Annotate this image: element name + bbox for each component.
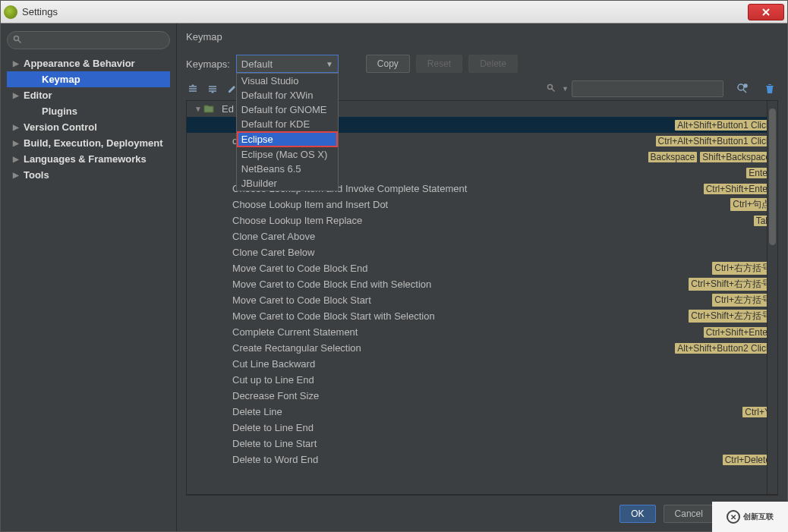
sidebar-item-version-control[interactable]: ▶Version Control <box>7 119 170 135</box>
watermark-text: 创新互联 <box>743 512 774 522</box>
action-label: Complete Current Statement <box>194 326 701 338</box>
trash-icon[interactable] <box>761 80 778 97</box>
copy-button[interactable]: Copy <box>366 55 410 73</box>
sidebar-search-input[interactable] <box>7 31 170 49</box>
sidebar-item-appearance-behavior[interactable]: ▶Appearance & Behavior <box>7 55 170 71</box>
arrow-icon: ▶ <box>13 123 20 131</box>
keymap-dropdown[interactable]: Default ▼ Visual StudioDefault for XWinD… <box>236 55 339 73</box>
sidebar-item-editor[interactable]: ▶Editor <box>7 87 170 103</box>
action-row[interactable]: Delete to Line Start <box>187 436 777 452</box>
keymaps-label: Keymaps: <box>186 58 230 70</box>
sidebar-item-label: Tools <box>24 169 49 181</box>
dropdown-option[interactable]: Default for XWin <box>237 88 338 102</box>
action-row[interactable]: Move Caret to Code Block End with Select… <box>187 276 777 292</box>
action-row[interactable]: Clone Caret Above <box>187 228 777 244</box>
shortcut-badge: Ctrl+Delete <box>723 455 773 465</box>
sidebar-tree: ▶Appearance & BehaviorKeymap▶EditorPlugi… <box>7 55 170 183</box>
search-icon <box>13 35 22 44</box>
settings-window: Settings ▶Appearance & BehaviorKeymap▶Ed… <box>0 0 788 532</box>
action-label: Move Caret to Code Block End <box>194 263 709 274</box>
close-icon <box>761 8 771 17</box>
action-label: Choose Lookup Item Replace <box>194 215 751 226</box>
arrow-icon: ▶ <box>13 155 20 163</box>
action-row[interactable]: Clone Caret Below <box>187 244 777 260</box>
app-icon <box>4 5 17 19</box>
action-row[interactable]: Create Rectangular SelectionAlt+Shift+Bu… <box>187 340 777 356</box>
sidebar: ▶Appearance & BehaviorKeymap▶EditorPlugi… <box>1 24 177 531</box>
action-row[interactable]: Delete to Word EndCtrl+Delete <box>187 452 777 467</box>
action-row[interactable]: Choose Lookup Item and Insert DotCtrl+句点 <box>187 197 777 212</box>
shortcut-badge: Backspace <box>648 152 698 162</box>
action-label: Delete to Word End <box>194 454 720 465</box>
toolbar-search: ▼ <box>547 80 723 97</box>
dropdown-option[interactable]: Eclipse <box>237 131 338 147</box>
sidebar-item-build-execution-deployment[interactable]: ▶Build, Execution, Deployment <box>7 135 170 151</box>
svg-point-0 <box>14 36 19 41</box>
action-row[interactable]: Choose Lookup Item ReplaceTab <box>187 212 777 228</box>
expand-all-icon[interactable] <box>186 82 200 96</box>
vertical-scrollbar[interactable] <box>767 101 777 494</box>
collapse-all-icon[interactable] <box>206 82 219 96</box>
shortcut-badge: Shift+Backspace <box>700 152 773 162</box>
titlebar: Settings <box>1 1 787 24</box>
find-action-icon[interactable] <box>734 80 751 97</box>
sidebar-item-label: Languages & Frameworks <box>24 153 147 165</box>
sidebar-item-label: Build, Execution, Deployment <box>24 137 162 149</box>
dropdown-option[interactable]: NetBeans 6.5 <box>237 162 338 176</box>
action-search-input[interactable] <box>572 80 723 97</box>
expand-icon: ▼ <box>194 105 203 113</box>
sidebar-item-label: Editor <box>24 90 52 101</box>
arrow-icon: ▶ <box>13 59 20 68</box>
action-label: Move Caret to Code Block End with Select… <box>194 279 686 290</box>
shortcut-badge: Ctrl+Alt+Shift+Button1 Click <box>656 136 773 146</box>
sidebar-item-label: Plugins <box>42 105 77 117</box>
dropdown-button[interactable]: Default ▼ <box>236 55 339 73</box>
scrollbar-thumb[interactable] <box>769 109 776 245</box>
sidebar-item-label: Version Control <box>24 121 97 133</box>
close-button[interactable] <box>748 4 784 20</box>
sidebar-search-wrap <box>7 31 170 49</box>
action-label: Cut Line Backward <box>194 358 773 370</box>
dropdown-option[interactable]: Default for KDE <box>237 117 338 131</box>
action-label: Decrease Font Size <box>194 390 773 401</box>
keymap-row: Keymaps: Default ▼ Visual StudioDefault … <box>186 55 778 73</box>
action-row[interactable]: Cut up to Line End <box>187 372 777 388</box>
dropdown-value: Default <box>241 58 273 70</box>
ok-button[interactable]: OK <box>619 505 655 523</box>
sidebar-item-languages-frameworks[interactable]: ▶Languages & Frameworks <box>7 151 170 167</box>
shortcut-badge: Ctrl+Shift+Enter <box>704 184 773 194</box>
action-row[interactable]: Cut Line Backward <box>187 356 777 372</box>
action-row[interactable]: Decrease Font Size <box>187 388 777 404</box>
action-row[interactable]: Move Caret to Code Block StartCtrl+左方括号 <box>187 292 777 308</box>
arrow-icon: ▶ <box>13 139 20 147</box>
reset-button[interactable]: Reset <box>416 55 462 73</box>
dropdown-option[interactable]: Visual Studio <box>237 74 338 88</box>
shortcut-badge: Ctrl+Shift+Enter <box>704 327 773 338</box>
sidebar-item-plugins[interactable]: Plugins <box>7 103 170 119</box>
chevron-down-icon[interactable]: ▼ <box>562 85 569 93</box>
action-row[interactable]: Delete to Line End <box>187 420 777 436</box>
dropdown-list: Visual StudioDefault for XWinDefault for… <box>236 73 339 191</box>
dropdown-option[interactable]: Default for GNOME <box>237 102 338 117</box>
footer: OK Cancel Apply <box>186 495 778 531</box>
svg-point-6 <box>744 84 747 87</box>
action-label: Delete to Line End <box>194 422 773 433</box>
shortcut-badge: Ctrl+Shift+左方括号 <box>689 310 773 323</box>
sidebar-item-keymap[interactable]: Keymap <box>7 71 170 87</box>
dropdown-option[interactable]: JBuilder <box>237 176 338 190</box>
delete-button[interactable]: Delete <box>468 55 518 73</box>
watermark-logo: ✕ <box>727 510 740 524</box>
sidebar-item-tools[interactable]: ▶Tools <box>7 167 170 183</box>
svg-line-3 <box>552 88 555 91</box>
action-label: Clone Caret Above <box>194 231 773 242</box>
cancel-button[interactable]: Cancel <box>663 505 714 523</box>
action-row[interactable]: Move Caret to Code Block Start with Sele… <box>187 308 777 324</box>
action-row[interactable]: Move Caret to Code Block EndCtrl+右方括号 <box>187 260 777 276</box>
action-row[interactable]: Delete LineCtrl+Y <box>187 404 777 420</box>
dropdown-option[interactable]: Eclipse (Mac OS X) <box>237 147 338 162</box>
svg-line-1 <box>18 40 21 43</box>
search-icon <box>547 83 556 95</box>
svg-point-2 <box>548 84 553 89</box>
action-row[interactable]: Complete Current StatementCtrl+Shift+Ent… <box>187 324 777 340</box>
action-label: Choose Lookup Item and Insert Dot <box>194 199 727 210</box>
